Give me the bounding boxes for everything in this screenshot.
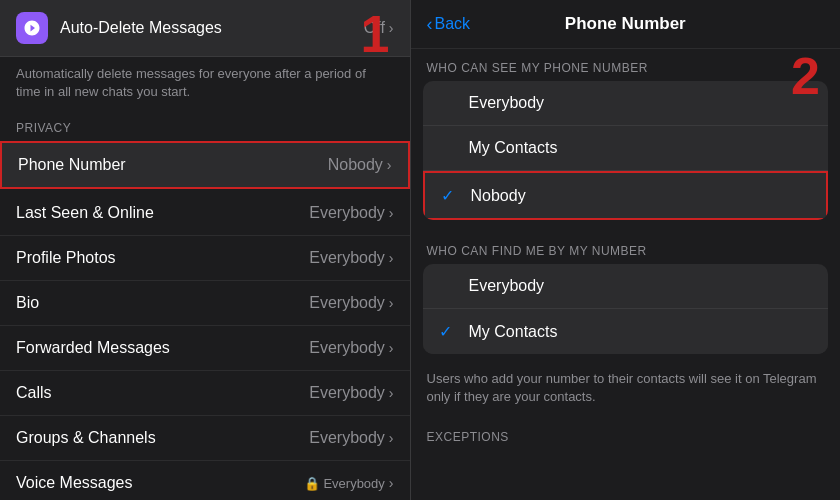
forwarded-messages-label: Forwarded Messages	[16, 339, 309, 357]
back-chevron-icon: ‹	[427, 14, 433, 35]
auto-delete-label: Auto-Delete Messages	[60, 19, 364, 37]
forwarded-messages-value: Everybody	[309, 339, 385, 357]
my-contacts-find-label: My Contacts	[469, 323, 812, 341]
auto-delete-value: Off	[364, 19, 385, 37]
groups-channels-chevron: ›	[389, 430, 394, 446]
calls-row[interactable]: Calls Everybody ›	[0, 371, 410, 416]
auto-delete-row[interactable]: Auto-Delete Messages Off ›	[0, 0, 410, 57]
right-content: WHO CAN SEE MY PHONE NUMBER Everybody My…	[411, 49, 840, 500]
section1-label: WHO CAN SEE MY PHONE NUMBER	[411, 49, 840, 81]
my-contacts-see-option[interactable]: My Contacts	[423, 126, 828, 171]
privacy-section-label: PRIVACY	[0, 113, 410, 139]
phone-number-value: Nobody	[328, 156, 383, 174]
right-panel: ‹ Back Phone Number WHO CAN SEE MY PHONE…	[411, 0, 840, 500]
calls-label: Calls	[16, 384, 309, 402]
groups-channels-row[interactable]: Groups & Channels Everybody ›	[0, 416, 410, 461]
everybody-see-label: Everybody	[469, 94, 812, 112]
profile-photos-row[interactable]: Profile Photos Everybody ›	[0, 236, 410, 281]
voice-messages-value: 🔒 Everybody	[304, 476, 385, 491]
forwarded-messages-chevron: ›	[389, 340, 394, 356]
nobody-see-label: Nobody	[471, 187, 810, 205]
groups-channels-label: Groups & Channels	[16, 429, 309, 447]
phone-number-label: Phone Number	[18, 156, 328, 174]
last-seen-value: Everybody	[309, 204, 385, 222]
bio-chevron: ›	[389, 295, 394, 311]
everybody-find-option[interactable]: Everybody	[423, 264, 828, 309]
my-contacts-find-option[interactable]: ✓ My Contacts	[423, 309, 828, 354]
who-can-find-group: Everybody ✓ My Contacts	[423, 264, 828, 354]
my-contacts-find-checkmark: ✓	[439, 322, 459, 341]
last-seen-row[interactable]: Last Seen & Online Everybody ›	[0, 191, 410, 236]
my-contacts-see-label: My Contacts	[469, 139, 812, 157]
right-header: ‹ Back Phone Number	[411, 0, 840, 49]
bio-label: Bio	[16, 294, 309, 312]
auto-delete-description: Automatically delete messages for everyo…	[0, 57, 410, 113]
voice-messages-label: Voice Messages	[16, 474, 304, 492]
profile-photos-chevron: ›	[389, 250, 394, 266]
phone-number-chevron: ›	[387, 157, 392, 173]
back-button[interactable]: ‹ Back	[427, 14, 471, 35]
section2-description: Users who add your number to their conta…	[411, 366, 840, 418]
back-label: Back	[435, 15, 471, 33]
bio-value: Everybody	[309, 294, 385, 312]
calls-chevron: ›	[389, 385, 394, 401]
profile-photos-value: Everybody	[309, 249, 385, 267]
auto-delete-icon	[16, 12, 48, 44]
groups-channels-value: Everybody	[309, 429, 385, 447]
voice-messages-row[interactable]: Voice Messages 🔒 Everybody ›	[0, 461, 410, 500]
voice-messages-chevron: ›	[389, 475, 394, 491]
section2-label: WHO CAN FIND ME BY MY NUMBER	[411, 232, 840, 264]
bio-row[interactable]: Bio Everybody ›	[0, 281, 410, 326]
nobody-see-checkmark: ✓	[441, 186, 461, 205]
phone-number-row[interactable]: Phone Number Nobody ›	[0, 141, 410, 189]
right-panel-title: Phone Number	[565, 14, 686, 34]
calls-value: Everybody	[309, 384, 385, 402]
auto-delete-chevron: ›	[389, 20, 394, 36]
last-seen-chevron: ›	[389, 205, 394, 221]
section3-label: EXCEPTIONS	[411, 418, 840, 450]
privacy-settings-list: Phone Number Nobody › Last Seen & Online…	[0, 139, 410, 500]
left-panel: Auto-Delete Messages Off › Automatically…	[0, 0, 410, 500]
last-seen-label: Last Seen & Online	[16, 204, 309, 222]
who-can-see-group: Everybody My Contacts ✓ Nobody	[423, 81, 828, 220]
profile-photos-label: Profile Photos	[16, 249, 309, 267]
everybody-see-option[interactable]: Everybody	[423, 81, 828, 126]
forwarded-messages-row[interactable]: Forwarded Messages Everybody ›	[0, 326, 410, 371]
everybody-find-label: Everybody	[469, 277, 812, 295]
nobody-see-option[interactable]: ✓ Nobody	[423, 171, 828, 220]
